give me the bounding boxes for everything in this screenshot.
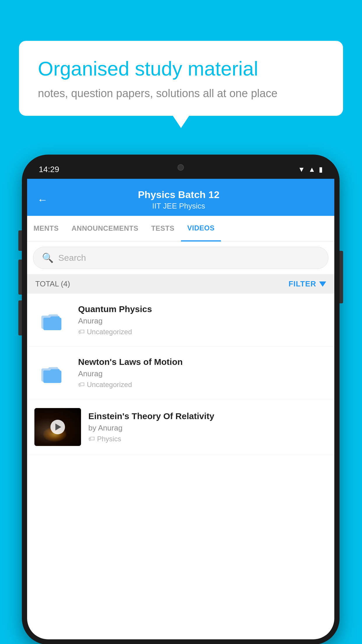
speech-bubble: Organised study material notes, question…: [19, 41, 343, 116]
video-item-info-3: Einstein's Theory Of Relativity by Anura…: [88, 411, 327, 443]
svg-rect-3: [43, 370, 61, 383]
phone-time: 14:29: [39, 165, 59, 174]
tag-label-1: Uncategorized: [87, 328, 132, 336]
phone-frame: 14:29 ▼ ▲ ▮ ← Physics Batch 12 IIT JEE P…: [22, 155, 340, 644]
video-title-2: Newton's Laws of Motion: [78, 357, 327, 367]
tag-label-2: Uncategorized: [87, 381, 132, 389]
phone-status-icons: ▼ ▲ ▮: [298, 165, 323, 174]
batch-title: Physics Batch 12: [48, 189, 310, 200]
speech-bubble-container: Organised study material notes, question…: [19, 41, 343, 116]
battery-icon: ▮: [319, 165, 323, 174]
video-title-1: Quantum Physics: [78, 304, 327, 314]
folder-thumb-2: [34, 355, 69, 390]
video-tag-3: 🏷 Physics: [88, 435, 327, 443]
tabs-row: MENTS ANNOUNCEMENTS TESTS VIDEOS: [27, 216, 334, 242]
speech-bubble-subtitle: notes, question papers, solutions all at…: [38, 87, 324, 100]
list-item[interactable]: Newton's Laws of Motion Anurag 🏷 Uncateg…: [27, 346, 334, 399]
video-thumbnail-3: [34, 408, 81, 446]
filter-row: TOTAL (4) FILTER: [27, 274, 334, 294]
tab-announcements[interactable]: ANNOUNCEMENTS: [65, 216, 145, 241]
tag-icon-1: 🏷: [78, 328, 85, 336]
wifi-icon: ▼: [298, 165, 305, 174]
phone-camera: [178, 164, 184, 171]
video-list: Quantum Physics Anurag 🏷 Uncategorized: [27, 294, 334, 455]
phone-side-button-1: [18, 230, 22, 251]
video-author-1: Anurag: [78, 316, 327, 326]
signal-icon: ▲: [308, 165, 315, 174]
phone-screen: ← Physics Batch 12 IIT JEE Physics MENTS…: [27, 179, 334, 639]
video-title-3: Einstein's Theory Of Relativity: [88, 411, 327, 421]
phone-side-button-right: [340, 251, 343, 303]
video-item-info-1: Quantum Physics Anurag 🏷 Uncategorized: [78, 304, 327, 336]
folder-thumb-1: [34, 302, 69, 337]
total-count: TOTAL (4): [35, 279, 70, 288]
header-title-block: Physics Batch 12 IIT JEE Physics: [48, 189, 310, 211]
app-header: ← Physics Batch 12 IIT JEE Physics: [27, 179, 334, 216]
tab-tests[interactable]: TESTS: [145, 216, 181, 241]
batch-subtitle: IIT JEE Physics: [48, 202, 310, 211]
search-placeholder: Search: [58, 253, 86, 263]
play-button[interactable]: [50, 420, 65, 434]
video-tag-1: 🏷 Uncategorized: [78, 328, 327, 336]
phone-side-button-2: [18, 260, 22, 295]
tag-label-3: Physics: [97, 435, 121, 443]
video-author-2: Anurag: [78, 369, 327, 378]
phone-side-button-3: [18, 300, 22, 335]
tag-icon-2: 🏷: [78, 381, 85, 388]
tab-videos[interactable]: VIDEOS: [181, 216, 221, 242]
video-tag-2: 🏷 Uncategorized: [78, 381, 327, 389]
filter-label: FILTER: [289, 279, 316, 288]
back-button[interactable]: ←: [37, 194, 48, 206]
svg-rect-1: [43, 318, 61, 330]
phone-notch: [152, 160, 210, 175]
tab-ments[interactable]: MENTS: [27, 216, 65, 241]
list-item[interactable]: Einstein's Theory Of Relativity by Anura…: [27, 399, 334, 455]
tag-icon-3: 🏷: [88, 435, 95, 443]
filter-icon: [319, 281, 326, 287]
speech-bubble-title: Organised study material: [38, 57, 324, 81]
list-item[interactable]: Quantum Physics Anurag 🏷 Uncategorized: [27, 294, 334, 346]
video-item-info-2: Newton's Laws of Motion Anurag 🏷 Uncateg…: [78, 357, 327, 389]
search-bar[interactable]: 🔍 Search: [33, 247, 328, 269]
filter-button[interactable]: FILTER: [289, 279, 326, 288]
play-icon: [55, 424, 61, 430]
search-icon: 🔍: [42, 252, 54, 263]
video-author-3: by Anurag: [88, 424, 327, 433]
